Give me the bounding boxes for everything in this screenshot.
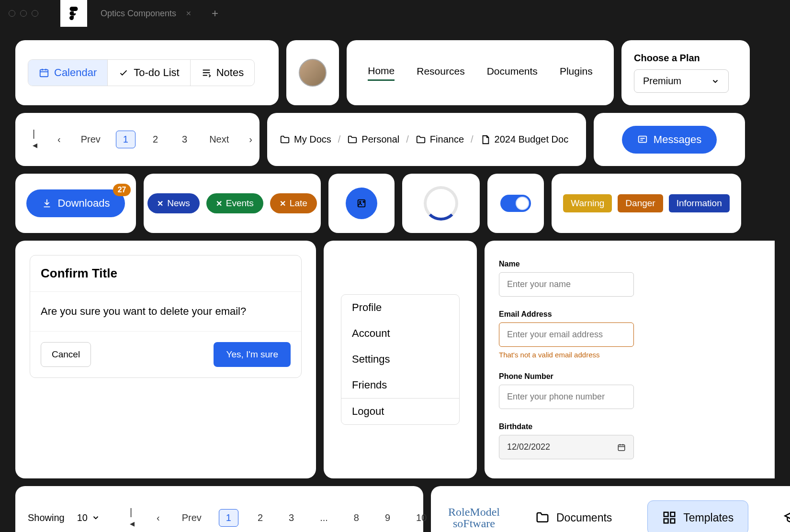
dialog-title: Confirm Title	[30, 255, 301, 292]
email-input[interactable]	[499, 322, 634, 347]
brand-nav-card: RoleModel soFtware Documents Templates T…	[431, 486, 790, 532]
prev-page-icon[interactable]: ‹	[53, 131, 66, 148]
crumb-mydocs[interactable]: My Docs	[280, 134, 331, 145]
email-label: Email Address	[499, 310, 634, 319]
chips-card: ✕News ✕Events ✕Late	[144, 174, 321, 233]
first-page-icon[interactable]: |◂	[28, 125, 42, 154]
chip-late[interactable]: ✕Late	[270, 193, 317, 213]
menu-profile[interactable]: Profile	[341, 295, 459, 321]
menu-friends[interactable]: Friends	[341, 372, 459, 398]
name-label: Name	[499, 260, 634, 268]
nav-resources[interactable]: Resources	[417, 66, 464, 80]
document-icon	[480, 134, 491, 145]
brand-tab-tutorials[interactable]: Tuo	[769, 501, 790, 532]
user-avatar[interactable]	[299, 59, 327, 87]
prev-page-button[interactable]: Prev	[177, 510, 206, 526]
notes-icon	[201, 67, 212, 78]
page-3[interactable]: 3	[282, 510, 301, 526]
cancel-button[interactable]: Cancel	[41, 342, 91, 367]
birthdate-input[interactable]: 12/02/2022	[499, 435, 634, 459]
page-2[interactable]: 2	[146, 131, 165, 148]
check-icon	[118, 67, 129, 78]
prev-page-icon[interactable]: ‹	[152, 510, 165, 526]
alert-info: Information	[669, 194, 730, 212]
chevron-down-icon	[711, 77, 720, 86]
chip-events[interactable]: ✕Events	[206, 193, 263, 213]
remove-icon[interactable]: ✕	[216, 199, 222, 208]
page-8[interactable]: 8	[347, 510, 366, 526]
window-minimize-icon[interactable]	[20, 10, 27, 17]
first-page-icon[interactable]: |◂	[125, 504, 139, 532]
folder-icon	[280, 134, 290, 145]
svg-point-3	[360, 201, 361, 203]
avatar-card	[286, 40, 339, 105]
crumb-finance[interactable]: Finance	[416, 134, 464, 145]
name-input[interactable]	[499, 272, 634, 297]
new-tab-icon[interactable]: +	[212, 7, 218, 20]
plan-select[interactable]: Premium	[634, 69, 729, 93]
plan-card: Choose a Plan Premium	[621, 40, 750, 105]
nav-plugins[interactable]: Plugins	[560, 66, 593, 80]
download-icon	[42, 198, 52, 209]
next-page-icon[interactable]: ›	[244, 131, 257, 148]
plan-label: Choose a Plan	[634, 53, 700, 64]
templates-icon	[662, 510, 677, 525]
phone-input[interactable]	[499, 385, 634, 409]
page-3[interactable]: 3	[175, 131, 194, 148]
page-2[interactable]: 2	[251, 510, 270, 526]
tab-notes[interactable]: Notes	[191, 60, 254, 86]
alert-warning: Warning	[563, 194, 612, 212]
messages-card: Messages	[594, 113, 745, 166]
tab-todo[interactable]: To-do List	[108, 60, 190, 86]
menu-settings[interactable]: Settings	[341, 346, 459, 372]
menu-account[interactable]: Account	[341, 321, 459, 346]
nav-documents[interactable]: Documents	[487, 66, 538, 80]
phone-label: Phone Number	[499, 372, 634, 381]
downloads-button[interactable]: Downloads 27	[26, 189, 125, 217]
close-tab-icon[interactable]: ✕	[186, 10, 192, 17]
chip-news[interactable]: ✕News	[147, 193, 200, 213]
window-titlebar: Optics Components ✕ +	[0, 0, 790, 27]
menu-logout[interactable]: Logout	[341, 399, 459, 424]
page-1[interactable]: 1	[116, 131, 135, 148]
brand-tab-templates[interactable]: Templates	[647, 500, 748, 532]
calendar-icon	[617, 443, 626, 452]
breadcrumb-card: My Docs / Personal / Finance / 2024 Budg…	[267, 113, 586, 166]
folder-icon	[347, 134, 358, 145]
download-count-badge: 27	[113, 184, 131, 196]
crumb-current-doc[interactable]: 2024 Budget Doc	[480, 134, 569, 145]
alert-danger: Danger	[618, 194, 663, 212]
window-maximize-icon[interactable]	[32, 10, 38, 17]
segmented-control-card: Calendar To-do List Notes	[15, 40, 279, 105]
prev-page-button[interactable]: Prev	[76, 131, 105, 148]
page-1[interactable]: 1	[219, 509, 238, 527]
brand-logo: RoleModel soFtware	[448, 506, 500, 529]
page-size-select[interactable]: 10	[77, 512, 100, 523]
svg-rect-0	[40, 70, 48, 77]
figma-logo-icon	[69, 7, 79, 20]
tab-calendar[interactable]: Calendar	[28, 60, 108, 86]
remove-icon[interactable]: ✕	[280, 199, 286, 208]
crumb-personal[interactable]: Personal	[347, 134, 399, 145]
figma-home-tab[interactable]	[60, 0, 87, 27]
nav-card: Home Resources Documents Plugins	[347, 40, 614, 105]
add-image-button[interactable]	[346, 188, 377, 219]
loading-spinner-icon	[424, 186, 458, 221]
nav-home[interactable]: Home	[368, 65, 395, 81]
page-9[interactable]: 9	[378, 510, 397, 526]
messages-button[interactable]: Messages	[622, 126, 717, 154]
confirm-button[interactable]: Yes, I'm sure	[214, 342, 291, 367]
remove-icon[interactable]: ✕	[157, 199, 163, 208]
page-ellipsis: ...	[313, 510, 335, 526]
showing-label: Showing	[28, 512, 65, 523]
fab-card	[328, 174, 395, 233]
image-plus-icon	[356, 198, 367, 209]
next-page-button[interactable]: Next	[204, 131, 234, 148]
page-10[interactable]: 10	[409, 510, 433, 526]
window-close-icon[interactable]	[9, 10, 15, 17]
brand-tab-documents[interactable]: Documents	[521, 501, 626, 532]
downloads-card: Downloads 27	[15, 174, 136, 233]
toggle-switch[interactable]	[500, 195, 531, 212]
form-card: Name Email Address That's not a valid em…	[485, 241, 775, 478]
document-tab-title[interactable]: Optics Components	[101, 9, 176, 19]
